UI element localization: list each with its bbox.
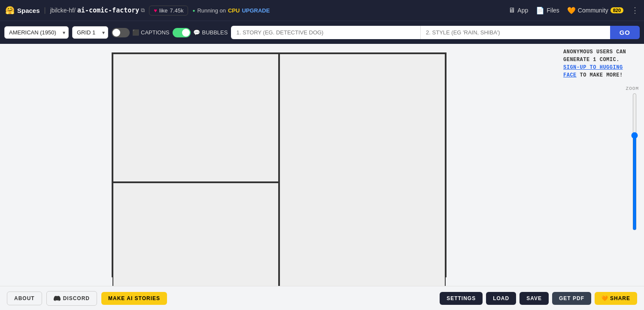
comic-canvas xyxy=(0,44,558,286)
get-pdf-button[interactable]: GET PDF xyxy=(552,292,591,305)
discord-button[interactable]: DISCORD xyxy=(46,291,97,306)
bubbles-toggle[interactable] xyxy=(173,28,191,37)
style-input[interactable] xyxy=(421,26,610,39)
bubbles-toggle-group: 💬 BUBBLES xyxy=(173,28,228,37)
heart-icon: ♥ xyxy=(154,7,157,14)
more-menu-icon[interactable]: ⋮ xyxy=(631,6,639,15)
zoom-label: ZOOM xyxy=(563,86,639,91)
app-icon: 🖥 xyxy=(508,6,515,14)
repo-name-text: ai-comic-factory xyxy=(77,6,140,14)
spaces-logo[interactable]: 🤗 Spaces xyxy=(5,6,40,15)
prompt-inputs: GO xyxy=(231,26,640,39)
like-label: like xyxy=(159,7,168,14)
community-count: 820 xyxy=(611,7,623,13)
save-button[interactable]: SAVE xyxy=(519,292,549,305)
anon-notice: ANONYMOUS USERS CAN GENERATE 1 COMIC. SI… xyxy=(563,48,639,79)
signup-suffix: TO MAKE MORE! xyxy=(580,72,623,78)
make-ai-stories-button[interactable]: MAKE AI STORIES xyxy=(101,292,167,305)
zoom-slider-container xyxy=(563,93,639,230)
community-label: Community xyxy=(578,7,608,14)
grid-select-wrapper: GRID 1 xyxy=(72,26,108,39)
grid-select[interactable]: GRID 1 xyxy=(72,26,108,39)
repo-name: jbilcke-hf/ai-comic-factory ⧉ xyxy=(50,6,145,14)
discord-icon xyxy=(54,295,61,302)
nav-app[interactable]: 🖥 App xyxy=(508,6,528,14)
bubbles-label: 💬 BUBBLES xyxy=(193,29,228,36)
files-icon: 📄 xyxy=(536,6,544,15)
spaces-emoji: 🤗 xyxy=(5,6,15,15)
nav-community[interactable]: 🧡 Community 820 xyxy=(567,6,623,15)
upgrade-link[interactable]: UPGRADE xyxy=(242,7,270,14)
share-label: SHARE xyxy=(610,295,630,301)
files-label: Files xyxy=(547,7,559,14)
load-button[interactable]: LOAD xyxy=(486,292,516,305)
nav-files[interactable]: 📄 Files xyxy=(536,6,559,15)
style-select-wrapper: AMERICAN (1950) xyxy=(4,26,69,39)
status-dot: ● xyxy=(192,8,195,13)
copy-icon[interactable]: ⧉ xyxy=(141,7,145,14)
story-input[interactable] xyxy=(231,26,421,39)
comic-panel-1 xyxy=(112,53,279,182)
anon-notice-text: ANONYMOUS USERS CAN GENERATE 1 COMIC. xyxy=(563,49,626,63)
toolbar: AMERICAN (1950) GRID 1 ⬛ CAPTIONS 💬 BUBB… xyxy=(0,21,644,44)
running-status: ● Running on CPU UPGRADE xyxy=(192,7,270,14)
running-prefix: Running on xyxy=(197,7,226,14)
about-button[interactable]: ABOUT xyxy=(7,292,42,305)
spaces-label: Spaces xyxy=(17,7,40,14)
app-label: App xyxy=(517,7,528,14)
captions-label: ⬛ CAPTIONS xyxy=(132,29,169,36)
comic-panel-3 xyxy=(279,53,446,286)
like-count: 7.45k xyxy=(170,7,184,14)
sidebar-right: ANONYMOUS USERS CAN GENERATE 1 COMIC. SI… xyxy=(558,44,644,286)
comic-panel-2 xyxy=(112,182,279,286)
go-button[interactable]: GO xyxy=(610,26,640,39)
bubbles-icon: 💬 xyxy=(193,29,200,36)
main-area: ANONYMOUS USERS CAN GENERATE 1 COMIC. SI… xyxy=(0,44,644,286)
discord-label: DISCORD xyxy=(63,295,90,301)
top-navigation: 🤗 Spaces | jbilcke-hf/ai-comic-factory ⧉… xyxy=(0,0,644,21)
share-emoji: 🧡 xyxy=(601,295,608,301)
captions-toggle[interactable] xyxy=(112,28,130,37)
bottom-bar: ABOUT DISCORD MAKE AI STORIES SETTINGS L… xyxy=(0,286,644,310)
settings-button[interactable]: SETTINGS xyxy=(440,292,483,305)
style-select[interactable]: AMERICAN (1950) xyxy=(4,26,69,39)
comic-grid xyxy=(112,52,447,277)
like-button[interactable]: ♥ like 7.45k xyxy=(149,6,188,15)
zoom-slider[interactable] xyxy=(630,93,639,230)
bottom-right-buttons: SETTINGS LOAD SAVE GET PDF 🧡 SHARE xyxy=(440,292,637,305)
cpu-label: CPU xyxy=(228,7,240,14)
captions-toggle-group: ⬛ CAPTIONS xyxy=(112,28,169,37)
nav-right: 🖥 App 📄 Files 🧡 Community 820 ⋮ xyxy=(508,6,639,15)
captions-icon: ⬛ xyxy=(132,29,139,36)
share-button[interactable]: 🧡 SHARE xyxy=(595,292,637,305)
user-handle: jbilcke-hf/ xyxy=(50,7,76,14)
community-icon: 🧡 xyxy=(567,6,576,15)
